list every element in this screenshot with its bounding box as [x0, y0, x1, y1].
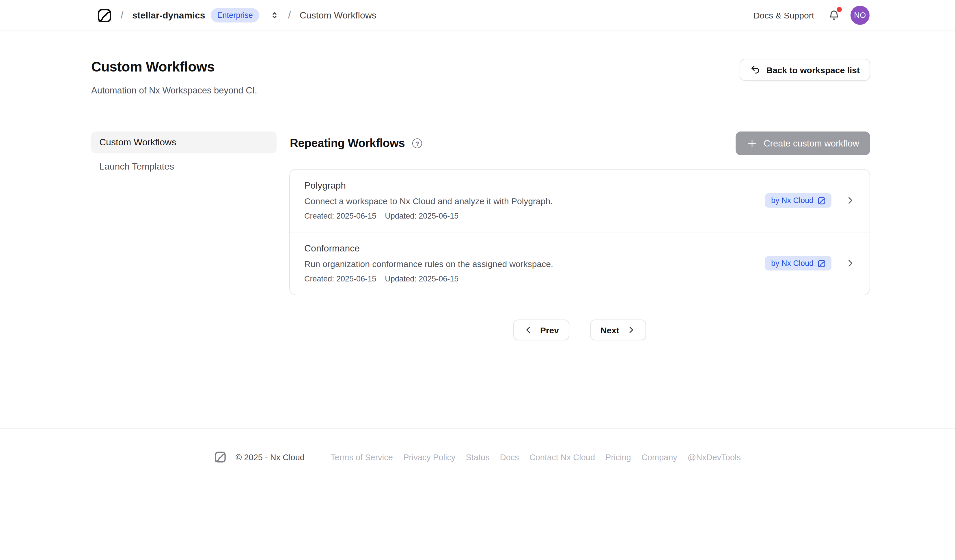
- badge-label: by Nx Cloud: [771, 196, 814, 205]
- nx-logo-icon[interactable]: [97, 8, 112, 23]
- footer-links: Terms of Service Privacy Policy Status D…: [330, 452, 741, 462]
- footer-link-contact[interactable]: Contact Nx Cloud: [529, 452, 595, 462]
- top-navbar: / stellar-dynamics Enterprise / Custom W…: [0, 0, 955, 31]
- workflow-row-polygraph[interactable]: Polygraph Connect a workspace to Nx Clou…: [290, 170, 870, 232]
- nx-logo-icon: [214, 451, 226, 463]
- footer-link-terms[interactable]: Terms of Service: [330, 452, 393, 462]
- workflow-description: Run organization conformance rules on th…: [304, 259, 553, 269]
- workflow-created: Created: 2025-06-15: [304, 212, 376, 220]
- by-nx-cloud-badge[interactable]: by Nx Cloud: [766, 256, 831, 270]
- next-label: Next: [601, 325, 619, 335]
- workflow-dates: Created: 2025-06-15 Updated: 2025-06-15: [304, 275, 553, 283]
- undo-arrow-icon: [750, 65, 761, 75]
- back-to-workspace-list-button[interactable]: Back to workspace list: [740, 59, 870, 81]
- content-area: Custom Workflows Launch Templates Repeat…: [91, 131, 870, 340]
- badge-label: by Nx Cloud: [771, 259, 814, 268]
- page-title: Custom Workflows: [91, 59, 257, 75]
- workflow-dates: Created: 2025-06-15 Updated: 2025-06-15: [304, 212, 553, 220]
- create-custom-workflow-button[interactable]: Create custom workflow: [735, 131, 870, 155]
- create-button-label: Create custom workflow: [764, 138, 859, 148]
- question-help-icon[interactable]: ?: [412, 139, 422, 148]
- section-title: Repeating Workflows: [290, 137, 405, 150]
- next-page-button[interactable]: Next: [590, 320, 646, 340]
- page-header: Custom Workflows Automation of Nx Worksp…: [91, 59, 870, 96]
- app-viewport: / stellar-dynamics Enterprise / Custom W…: [0, 0, 955, 560]
- footer-link-pricing[interactable]: Pricing: [605, 452, 631, 462]
- docs-support-link[interactable]: Docs & Support: [753, 10, 814, 20]
- chevron-right-icon: [626, 325, 636, 334]
- footer-link-privacy[interactable]: Privacy Policy: [403, 452, 456, 462]
- sidebar-item-launch-templates[interactable]: Launch Templates: [91, 156, 277, 178]
- main-column: Repeating Workflows ? Create custom work…: [289, 131, 870, 340]
- workflow-updated: Updated: 2025-06-15: [385, 275, 459, 283]
- footer-link-nxdevtools[interactable]: @NxDevTools: [688, 452, 741, 462]
- user-avatar[interactable]: NO: [850, 6, 870, 25]
- workflow-list: Polygraph Connect a workspace to Nx Clou…: [289, 169, 870, 295]
- section-header: Repeating Workflows ? Create custom work…: [289, 131, 870, 155]
- prev-label: Prev: [540, 325, 559, 335]
- footer-link-status[interactable]: Status: [466, 452, 489, 462]
- notifications-button[interactable]: [828, 9, 840, 21]
- workspace-name[interactable]: stellar-dynamics: [132, 10, 205, 20]
- footer-link-company[interactable]: Company: [642, 452, 677, 462]
- page-container: Custom Workflows Automation of Nx Worksp…: [91, 59, 870, 340]
- workflow-row-text: Polygraph Connect a workspace to Nx Clou…: [304, 181, 553, 220]
- workflow-title: Conformance: [304, 243, 553, 254]
- footer-divider: [0, 429, 955, 429]
- footer-link-docs[interactable]: Docs: [500, 452, 519, 462]
- workflow-row-text: Conformance Run organization conformance…: [304, 243, 553, 283]
- workflow-description: Connect a workspace to Nx Cloud and anal…: [304, 196, 553, 206]
- notification-dot: [837, 7, 842, 12]
- nx-logo-icon: [817, 259, 826, 267]
- nx-logo-icon: [817, 197, 826, 204]
- page-subtitle: Automation of Nx Workspaces beyond CI.: [91, 85, 257, 96]
- sidebar-item-custom-workflows[interactable]: Custom Workflows: [91, 131, 277, 153]
- back-button-label: Back to workspace list: [767, 65, 860, 75]
- breadcrumb: / stellar-dynamics Enterprise / Custom W…: [97, 8, 376, 23]
- plan-badge: Enterprise: [211, 8, 259, 23]
- workflow-created: Created: 2025-06-15: [304, 275, 376, 283]
- breadcrumb-separator: /: [288, 9, 291, 21]
- workspace-switcher-button[interactable]: [270, 10, 279, 20]
- copyright-text: © 2025 - Nx Cloud: [236, 452, 305, 462]
- settings-sidebar: Custom Workflows Launch Templates: [91, 131, 277, 340]
- prev-page-button[interactable]: Prev: [514, 320, 569, 340]
- workflow-row-conformance[interactable]: Conformance Run organization conformance…: [290, 232, 870, 295]
- chevron-left-icon: [524, 325, 533, 334]
- chevron-right-icon: [845, 195, 855, 205]
- page-footer: © 2025 - Nx Cloud Terms of Service Priva…: [0, 451, 955, 463]
- chevrons-up-down-icon: [270, 10, 279, 20]
- section-title-group: Repeating Workflows ?: [289, 137, 422, 150]
- chevron-right-icon: [845, 258, 855, 268]
- by-nx-cloud-badge[interactable]: by Nx Cloud: [766, 193, 831, 207]
- workflow-title: Polygraph: [304, 181, 553, 191]
- workflow-row-meta: by Nx Cloud: [766, 256, 855, 270]
- breadcrumb-separator: /: [121, 9, 124, 21]
- navbar-actions: Docs & Support NO: [753, 6, 870, 25]
- workflow-updated: Updated: 2025-06-15: [385, 212, 459, 220]
- page-header-text: Custom Workflows Automation of Nx Worksp…: [91, 59, 257, 96]
- pagination: Prev Next: [289, 320, 870, 340]
- plus-icon: [746, 138, 757, 149]
- workflow-row-meta: by Nx Cloud: [766, 193, 855, 207]
- breadcrumb-current-page: Custom Workflows: [300, 10, 376, 20]
